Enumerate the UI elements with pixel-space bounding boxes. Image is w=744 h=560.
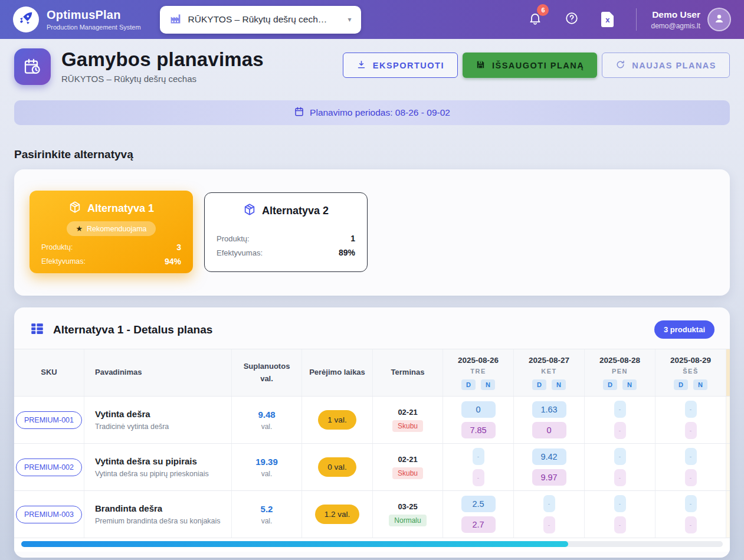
product-description: Vytinta dešra su pipirų prieskoniais bbox=[95, 470, 209, 478]
sku-pill[interactable]: PREMIUM-001 bbox=[16, 411, 82, 429]
deadline-date: 03-25 bbox=[398, 502, 417, 511]
product-description: Tradicinė vytinta dešra bbox=[95, 423, 169, 431]
day-shift-value[interactable]: - bbox=[614, 401, 626, 418]
day-shift-value[interactable]: - bbox=[685, 448, 697, 465]
user-avatar[interactable] bbox=[707, 8, 731, 31]
day-shift-value[interactable]: - bbox=[614, 448, 626, 465]
date-label: 2025-08-26 bbox=[458, 356, 499, 365]
weekend-cell-partial bbox=[726, 491, 730, 538]
night-shift-value[interactable]: - bbox=[614, 516, 626, 533]
col-name: Pavadinimas bbox=[95, 366, 142, 378]
date-label: 2025-08-27 bbox=[529, 356, 569, 365]
brand-block: OptimusPlan Production Management System bbox=[47, 8, 141, 31]
deadline-date: 02-21 bbox=[398, 408, 417, 417]
efficiency-value: 89% bbox=[339, 248, 355, 257]
day-shift-chip: D bbox=[674, 379, 688, 390]
package-icon bbox=[243, 203, 256, 218]
workshop-selector[interactable]: RŪKYTOS – Rūkytų dešrų cech… ▾ bbox=[160, 6, 361, 34]
weekday-label: KET bbox=[541, 368, 557, 375]
export-button[interactable]: EKSPORTUOTI bbox=[343, 53, 458, 78]
date-column-header: 2025-08-29 ŠEŠ D N bbox=[655, 349, 726, 396]
product-name: Vytinta dešra su pipirais bbox=[95, 456, 197, 466]
efficiency-value: 94% bbox=[165, 257, 181, 266]
workshop-selector-value: RŪKYTOS – Rūkytų dešrų cech… bbox=[188, 14, 342, 25]
product-name: Vytinta dešra bbox=[95, 409, 150, 419]
notifications-button[interactable]: 6 bbox=[528, 11, 542, 28]
product-name: Brandinta dešra bbox=[95, 503, 162, 513]
day-shift-value[interactable]: 2.5 bbox=[461, 496, 496, 512]
help-button[interactable] bbox=[565, 11, 579, 28]
planning-period-banner: Planavimo periodas: 08-26 - 09-02 bbox=[14, 100, 730, 125]
night-shift-value[interactable]: - bbox=[685, 422, 697, 439]
weekend-cell-partial bbox=[726, 397, 730, 443]
alternative-card-1[interactable]: Alternatyva 1 ★ Rekomenduojama Produktų:… bbox=[30, 191, 193, 273]
day-shift-value[interactable]: - bbox=[473, 448, 484, 465]
col-planned: Suplanuotos val. bbox=[232, 361, 301, 384]
planned-hours: 5.2 bbox=[261, 504, 273, 514]
day-shift-value[interactable]: 0 bbox=[461, 401, 496, 418]
night-shift-chip: N bbox=[552, 379, 566, 390]
recommended-badge: ★ Rekomenduojama bbox=[67, 221, 155, 236]
night-shift-value[interactable]: 0 bbox=[532, 422, 566, 438]
products-value: 1 bbox=[350, 234, 355, 243]
night-shift-value[interactable]: - bbox=[685, 469, 697, 486]
changeover-pill: 0 val. bbox=[318, 457, 356, 477]
night-shift-value[interactable]: - bbox=[614, 422, 626, 439]
detailed-plan-panel: Alternatyva 1 - Detalus planas 3 produkt… bbox=[14, 307, 730, 558]
col-deadline: Terminas bbox=[386, 366, 430, 378]
night-shift-value[interactable]: 2.7 bbox=[461, 516, 496, 533]
plan-title: Alternatyva 1 - Detalus planas bbox=[53, 323, 212, 336]
scrollbar-thumb[interactable] bbox=[21, 541, 568, 547]
chevron-down-icon: ▾ bbox=[348, 15, 352, 24]
day-shift-value[interactable]: 9.42 bbox=[532, 448, 566, 465]
excel-export-button[interactable]: x bbox=[601, 12, 614, 27]
priority-badge: Normalu bbox=[389, 515, 426, 526]
night-shift-value[interactable]: - bbox=[614, 469, 626, 486]
scrollbar-track[interactable] bbox=[21, 541, 723, 547]
star-icon: ★ bbox=[76, 224, 83, 233]
date-column-header: 2025-08-26 TRE D N bbox=[443, 349, 514, 396]
night-shift-value[interactable]: - bbox=[473, 469, 484, 486]
products-label: Produktų: bbox=[217, 234, 250, 243]
night-shift-value[interactable]: - bbox=[543, 516, 555, 533]
night-shift-chip: N bbox=[481, 379, 495, 390]
night-shift-value[interactable]: 9.97 bbox=[532, 469, 566, 486]
priority-badge: Skubu bbox=[392, 467, 423, 479]
day-shift-value[interactable]: - bbox=[685, 495, 697, 512]
new-plan-button[interactable]: NAUJAS PLANAS bbox=[602, 53, 730, 78]
date-column-header: 2025-08-28 PEN D N bbox=[585, 349, 655, 396]
day-shift-value[interactable]: - bbox=[685, 401, 697, 418]
day-shift-value[interactable]: - bbox=[543, 495, 555, 512]
day-shift-value[interactable]: 1.63 bbox=[532, 401, 566, 418]
weekend-cell-partial bbox=[726, 444, 730, 490]
app-logo bbox=[13, 6, 39, 32]
save-plan-button-label: IŠSAUGOTI PLANĄ bbox=[492, 61, 584, 70]
download-icon bbox=[356, 60, 366, 71]
sku-pill[interactable]: PREMIUM-003 bbox=[16, 506, 82, 523]
day-shift-value[interactable]: - bbox=[614, 495, 626, 512]
alternatives-section-title: Pasirinkite alternatyvą bbox=[14, 148, 730, 161]
weekday-label: ŠEŠ bbox=[683, 368, 699, 375]
priority-badge: Skubu bbox=[392, 420, 423, 432]
page-header: Gamybos planavimas RŪKYTOS – Rūkytų dešr… bbox=[14, 48, 730, 85]
night-shift-value[interactable]: - bbox=[685, 516, 697, 533]
night-shift-chip: N bbox=[622, 379, 637, 390]
table-header-row: SKU Pavadinimas Suplanuotos val. Perėjim… bbox=[14, 349, 730, 397]
deadline-date: 02-21 bbox=[398, 455, 417, 464]
save-plan-button[interactable]: IŠSAUGOTI PLANĄ bbox=[463, 53, 597, 78]
sku-pill[interactable]: PREMIUM-002 bbox=[16, 459, 82, 476]
night-shift-value[interactable]: 7.85 bbox=[461, 422, 496, 438]
plan-header: Alternatyva 1 - Detalus planas 3 produkt… bbox=[14, 307, 730, 349]
planned-hours: 19.39 bbox=[255, 457, 278, 467]
page-title: Gamybos planavimas bbox=[61, 48, 264, 71]
alternatives-panel: Alternatyva 1 ★ Rekomenduojama Produktų:… bbox=[14, 169, 730, 296]
planned-hours: 9.48 bbox=[258, 410, 275, 420]
day-shift-chip: D bbox=[532, 379, 546, 390]
page-actions: EKSPORTUOTI IŠSAUGOTI PLANĄ NAUJAS PLANA… bbox=[343, 53, 730, 78]
calendar-icon bbox=[294, 106, 304, 119]
changeover-pill: 1.2 val. bbox=[315, 505, 360, 524]
alternative-card-2[interactable]: Alternatyva 2 Produktų: 1 Efektyvumas: 8… bbox=[204, 192, 368, 272]
col-sku: SKU bbox=[36, 366, 61, 378]
weekday-label: PEN bbox=[612, 368, 628, 375]
excel-file-icon: x bbox=[601, 12, 614, 27]
